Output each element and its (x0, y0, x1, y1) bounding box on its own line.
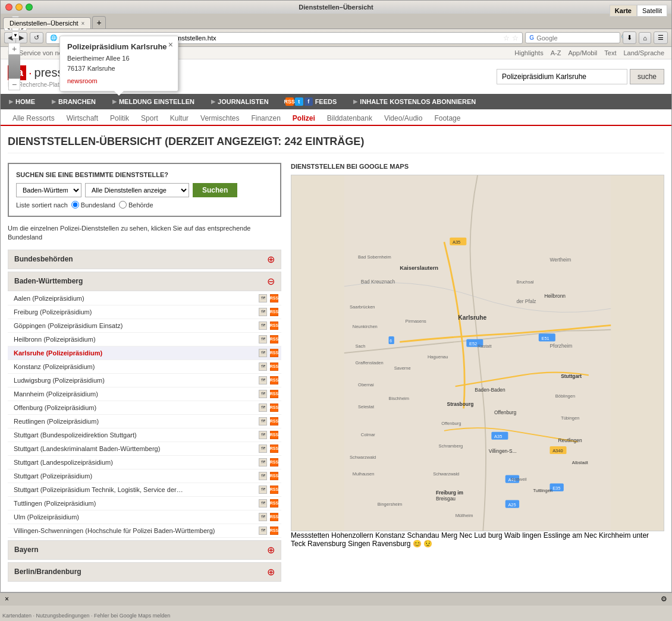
sub-nav-finanzen[interactable]: Finanzen (246, 112, 285, 125)
zoom-out-button[interactable]: − (8, 78, 20, 90)
sub-nav-wirtschaft[interactable]: Wirtschaft (62, 112, 103, 125)
bw-item-7[interactable]: Mannheim (Polizeipräsidium) (14, 390, 98, 398)
google-search-input[interactable] (536, 34, 618, 42)
sub-nav-vermischtes[interactable]: Vermischtes (196, 112, 244, 125)
map-icon[interactable]: 🗺 (258, 335, 268, 344)
nav-feeds[interactable]: RSS t f FEEDS (277, 94, 346, 109)
bundesland-select[interactable]: Baden-Württemberg Alle Bundesländer Baye… (16, 183, 81, 197)
rss-icon[interactable]: RSS (269, 526, 279, 535)
map-icon[interactable]: 🗺 (258, 526, 268, 535)
bw-item-13[interactable]: Stuttgart (Polizeipräsidium) (14, 472, 92, 480)
bw-item-12[interactable]: Stuttgart (Landespolizeipräsidium) (14, 459, 113, 466)
sub-nav-alle[interactable]: Alle Ressorts (8, 112, 59, 125)
map-container[interactable]: A35 E52 E51 6 A35 A340 A41 (291, 175, 664, 531)
map-icon[interactable]: 🗺 (258, 389, 268, 399)
rss-icon[interactable]: RSS (269, 294, 279, 303)
bw-item-9[interactable]: Reutlingen (Polizeipräsidium) (14, 418, 99, 425)
tab-active[interactable]: Dienststellen–Übersicht × (3, 17, 91, 29)
appmobil-link[interactable]: App/Mobil (568, 49, 597, 56)
map-icon[interactable]: 🗺 (258, 458, 268, 467)
map-icon[interactable]: 🗺 (258, 362, 268, 371)
nav-journalisten[interactable]: ▶ JOURNALISTEN (203, 94, 277, 109)
download-button[interactable]: ⬇ (623, 31, 636, 44)
nav-branchen[interactable]: ▶ BRANCHEN (43, 94, 104, 109)
bw-item-2[interactable]: Göppingen (Polizeipräsidium Einsatz) (14, 322, 123, 329)
dienststelle-select[interactable]: Alle Dienststellen anzeige Polizeipräsid… (85, 183, 189, 197)
home-button[interactable]: ⌂ (639, 32, 651, 44)
bw-item-17[interactable]: Villingen-Schwenningen (Hochschule für P… (14, 527, 215, 535)
bw-item-3[interactable]: Heilbronn (Polizeipräsidium) (14, 336, 96, 343)
map-icon[interactable]: 🗺 (258, 444, 268, 453)
popup-close-button[interactable]: × (168, 40, 173, 49)
new-tab-button[interactable]: + (92, 16, 105, 29)
bw-section[interactable]: Baden-Württemberg ⊖ (8, 272, 281, 291)
map-icon[interactable]: 🗺 (258, 321, 268, 330)
berlin-section[interactable]: Berlin/Brandenburg ⊕ (8, 562, 281, 582)
bookmark-icon[interactable]: ☆ (503, 34, 510, 42)
rss-icon[interactable]: RSS (269, 458, 279, 467)
rss-icon[interactable]: RSS (269, 389, 279, 399)
window-controls[interactable] (5, 4, 33, 11)
sort-behoerde-label[interactable]: Behörde (119, 201, 153, 209)
map-icon[interactable]: 🗺 (258, 307, 268, 317)
search-bar[interactable]: G 🔍 (525, 32, 620, 43)
sub-nav-videoaudio[interactable]: Video/Audio (379, 112, 428, 125)
bw-item-6[interactable]: Ludwigsburg (Polizeipräsidium) (14, 377, 105, 384)
rss-icon[interactable]: RSS (269, 471, 279, 481)
rss-icon[interactable]: RSS (269, 348, 279, 358)
rss-icon[interactable]: RSS (269, 485, 279, 494)
rss-icon[interactable]: RSS (269, 417, 279, 426)
bw-item-5[interactable]: Konstanz (Polizeipräsidium) (14, 363, 95, 370)
sub-nav-polizei[interactable]: Polizei (288, 112, 320, 125)
zoom-in-button[interactable]: + (8, 43, 20, 55)
map-icon[interactable]: 🗺 (258, 471, 268, 481)
map-icon[interactable]: 🗺 (258, 348, 268, 358)
popup-newsroom-link[interactable]: newsroom (67, 77, 98, 84)
bw-item-0[interactable]: Aalen (Polizeipräsidium) (14, 295, 84, 302)
sort-bundesland-label[interactable]: Bundesland (71, 201, 115, 209)
sub-nav-politik[interactable]: Politik (105, 112, 134, 125)
rss-icon[interactable]: RSS (269, 430, 279, 440)
map-icon[interactable]: 🗺 (258, 499, 268, 508)
rss-icon[interactable]: RSS (269, 499, 279, 508)
bayern-section[interactable]: Bayern ⊕ (8, 540, 281, 560)
map-icon[interactable]: 🗺 (258, 403, 268, 412)
nav-meldung[interactable]: ▶ MELDUNG EINSTELLEN (104, 94, 203, 109)
rss-icon[interactable]: RSS (269, 444, 279, 453)
map-icon[interactable]: 🗺 (258, 512, 268, 522)
bundesbehoerden-section[interactable]: Bundesbehörden ⊕ (8, 250, 281, 269)
map-icon[interactable]: 🗺 (258, 376, 268, 385)
sub-nav-bilddatenbank[interactable]: Bilddatenbank (322, 112, 377, 125)
map-icon[interactable]: 🗺 (258, 430, 268, 440)
map-icon[interactable]: 🗺 (258, 294, 268, 303)
bw-item-15[interactable]: Tuttlingen (Polizeipräsidium) (14, 500, 96, 507)
menu-button[interactable]: ☰ (654, 31, 668, 44)
bw-item-16[interactable]: Ulm (Polizeipräsidium) (14, 513, 79, 521)
bookmark-icon-2[interactable]: ☆ (512, 34, 519, 42)
rss-icon[interactable]: RSS (269, 335, 279, 344)
map-icon[interactable]: 🗺 (258, 485, 268, 494)
sub-nav-sport[interactable]: Sport (136, 112, 163, 125)
bw-item-14[interactable]: Stuttgart (Polizeipräsidium Technik, Log… (14, 486, 183, 493)
rss-icon[interactable]: RSS (269, 307, 279, 317)
satellit-button[interactable]: Satellit (637, 5, 667, 17)
header-search-button[interactable]: suche (630, 69, 664, 84)
map-icon[interactable]: 🗺 (258, 417, 268, 426)
close-button[interactable] (5, 4, 12, 11)
minimize-button[interactable] (15, 4, 23, 11)
search-dienststelle-button[interactable]: Suchen (193, 183, 237, 197)
sort-behoerde-radio[interactable] (119, 201, 127, 209)
bw-item-4[interactable]: Karlsruhe (Polizeipräsidium) (14, 349, 102, 357)
sub-nav-kultur[interactable]: Kultur (165, 112, 193, 125)
bw-item-1[interactable]: Freiburg (Polizeipräsidium) (14, 308, 92, 316)
bw-item-8[interactable]: Offenburg (Polizeipräsidium) (14, 404, 96, 411)
nav-home[interactable]: ▶ HOME (1, 94, 43, 109)
bottom-left-icon[interactable]: × (5, 595, 9, 603)
header-search-input[interactable] (497, 69, 627, 84)
language-link[interactable]: Land/Sprache (624, 49, 665, 56)
rss-icon[interactable]: RSS (269, 512, 279, 522)
reload-button[interactable]: ↺ (30, 32, 43, 43)
sort-bundesland-radio[interactable] (71, 201, 79, 209)
rss-icon[interactable]: RSS (269, 362, 279, 371)
bw-item-10[interactable]: Stuttgart (Bundespolizeidirektion Stuttg… (14, 431, 137, 439)
